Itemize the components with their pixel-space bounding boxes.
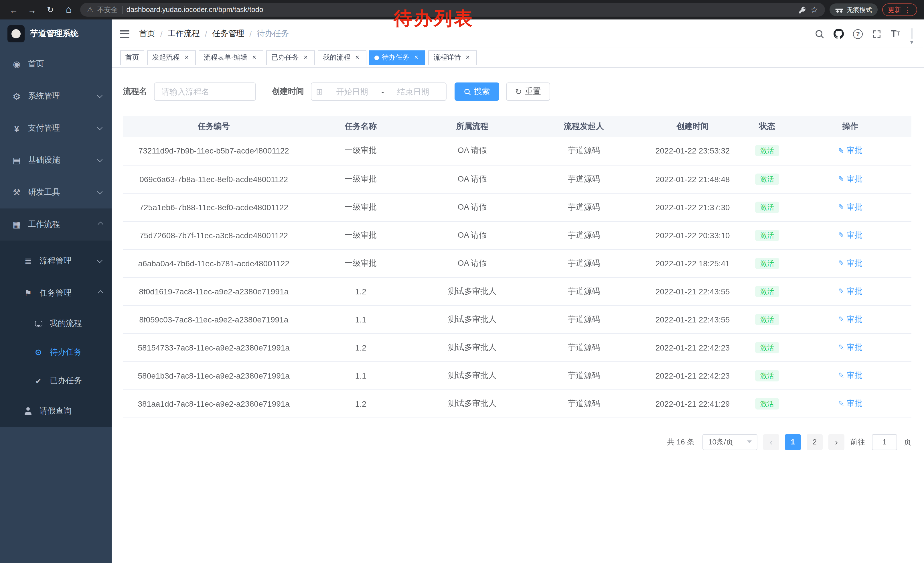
tab-process-detail[interactable]: 流程详情 xyxy=(428,50,477,65)
sidebar-item-dev-tools[interactable]: 研发工具 xyxy=(0,176,112,209)
process-name-input[interactable] xyxy=(154,83,256,101)
approve-button[interactable]: 审批 xyxy=(838,174,863,184)
approve-button[interactable]: 审批 xyxy=(838,146,863,156)
sidebar-item-home[interactable]: 首页 xyxy=(0,48,112,80)
status-badge: 激活 xyxy=(755,145,779,157)
tab-label: 待办任务 xyxy=(382,53,410,62)
incognito-icon xyxy=(835,7,843,13)
start-date-input[interactable] xyxy=(324,87,380,96)
sidebar-item-done-task[interactable]: 已办任务 xyxy=(0,366,112,395)
breadcrumb-current: 待办任务 xyxy=(257,29,289,39)
collapse-sidebar-icon[interactable] xyxy=(120,30,129,38)
sidebar-item-todo-task[interactable]: 待办任务 xyxy=(0,338,112,366)
sidebar-item-leave-query[interactable]: 请假查询 xyxy=(0,395,112,427)
prev-page-button[interactable] xyxy=(763,434,779,450)
approve-button[interactable]: 审批 xyxy=(838,342,863,353)
password-key-icon[interactable] xyxy=(798,6,806,14)
github-icon[interactable] xyxy=(834,29,844,39)
bookmark-star-icon[interactable] xyxy=(810,5,818,15)
sidebar-item-label: 系统管理 xyxy=(28,91,91,101)
close-icon[interactable] xyxy=(183,54,190,62)
search-icon[interactable] xyxy=(814,29,824,39)
sidebar-item-system-mgmt[interactable]: 系统管理 xyxy=(0,80,112,112)
cell-status: 激活 xyxy=(745,165,789,193)
table-row: 8f059c03-7ac8-11ec-a9e2-a2380e71991a 1.1… xyxy=(123,305,911,333)
cell-process: 测试多审批人 xyxy=(417,389,528,417)
goto-label: 前往 xyxy=(850,437,865,447)
pagination: 共 16 条 10条/页 1 2 前往 页 xyxy=(123,434,911,450)
cell-created: 2022-01-22 20:33:10 xyxy=(640,221,745,249)
tags-view-bar: 首页 发起流程 流程表单-编辑 已办任务 我的流程 xyxy=(112,48,924,68)
tab-todo-task[interactable]: 待办任务 xyxy=(369,50,425,65)
tools-icon xyxy=(12,187,22,198)
create-time-range-picker[interactable]: - xyxy=(311,83,447,101)
reload-icon[interactable] xyxy=(44,3,57,17)
cell-actions: 审批 xyxy=(789,137,911,165)
next-page-button[interactable] xyxy=(828,434,844,450)
close-icon[interactable] xyxy=(464,54,472,62)
logo[interactable]: 芋道管理系统 xyxy=(0,20,112,48)
sidebar-item-payment-mgmt[interactable]: 支付管理 xyxy=(0,112,112,144)
security-label[interactable]: 不安全 xyxy=(98,5,118,15)
close-icon[interactable] xyxy=(353,54,361,62)
font-size-icon[interactable] xyxy=(891,29,900,38)
close-icon[interactable] xyxy=(412,54,420,62)
eye-icon xyxy=(33,347,44,357)
forward-icon[interactable] xyxy=(25,3,39,17)
refresh-icon xyxy=(515,88,522,96)
sidebar-item-process-mgmt[interactable]: 流程管理 xyxy=(0,245,112,277)
tab-done-task[interactable]: 已办任务 xyxy=(266,50,315,65)
tab-home[interactable]: 首页 xyxy=(120,50,144,65)
page-button-1[interactable]: 1 xyxy=(785,434,801,450)
sidebar-item-workflow[interactable]: 工作流程 xyxy=(0,209,112,240)
tab-process-form-edit[interactable]: 流程表单-编辑 xyxy=(199,50,263,65)
cell-created: 2022-01-21 22:42:23 xyxy=(640,333,745,362)
cell-actions: 审批 xyxy=(789,165,911,193)
cell-actions: 审批 xyxy=(789,362,911,389)
page-button-2[interactable]: 2 xyxy=(807,434,823,450)
breadcrumb-home[interactable]: 首页 xyxy=(139,29,155,39)
user-menu[interactable]: ▼ xyxy=(911,29,912,39)
reset-button[interactable]: 重置 xyxy=(506,83,550,101)
fullscreen-icon[interactable] xyxy=(872,29,882,39)
cell-created: 2022-01-22 21:48:48 xyxy=(640,165,745,193)
close-icon[interactable] xyxy=(250,54,258,62)
close-icon[interactable] xyxy=(302,54,310,62)
approve-button[interactable]: 审批 xyxy=(838,286,863,296)
avatar[interactable] xyxy=(911,28,912,39)
goto-page-input[interactable] xyxy=(872,434,897,450)
tab-my-process[interactable]: 我的流程 xyxy=(318,50,366,65)
edit-icon xyxy=(838,344,844,351)
back-icon[interactable] xyxy=(7,3,21,17)
approve-button[interactable]: 审批 xyxy=(838,202,863,212)
help-icon[interactable]: ? xyxy=(853,29,863,39)
sidebar-item-my-process[interactable]: 我的流程 xyxy=(0,309,112,338)
sidebar-item-task-mgmt[interactable]: 任务管理 xyxy=(0,277,112,309)
page-size-select[interactable]: 10条/页 xyxy=(702,434,758,450)
update-button[interactable]: 更新 xyxy=(882,3,917,16)
browser-menu-icon[interactable] xyxy=(904,6,911,14)
caret-down-icon xyxy=(747,440,752,443)
status-badge: 激活 xyxy=(755,173,779,185)
search-icon xyxy=(464,88,471,95)
search-button[interactable]: 搜索 xyxy=(454,83,499,101)
breadcrumb-task-mgmt[interactable]: 任务管理 xyxy=(212,29,244,39)
gear-icon xyxy=(12,91,22,102)
url-text[interactable]: dashboard.yudao.iocoder.cn/bpm/task/todo xyxy=(126,6,263,14)
end-date-input[interactable] xyxy=(385,87,441,96)
sidebar-item-label: 基础设施 xyxy=(28,155,91,165)
approve-button[interactable]: 审批 xyxy=(838,398,863,408)
breadcrumb-workflow[interactable]: 工作流程 xyxy=(168,29,200,39)
approve-button[interactable]: 审批 xyxy=(838,258,863,268)
home-icon[interactable] xyxy=(62,3,76,17)
approve-button[interactable]: 审批 xyxy=(838,230,863,240)
approve-button[interactable]: 审批 xyxy=(838,370,863,381)
cell-actions: 审批 xyxy=(789,249,911,277)
breadcrumb-separator: / xyxy=(250,29,252,38)
sidebar-item-infrastructure[interactable]: 基础设施 xyxy=(0,144,112,176)
cell-actions: 审批 xyxy=(789,221,911,249)
security-warning-icon xyxy=(87,6,93,14)
approve-label: 审批 xyxy=(846,258,862,268)
tab-start-process[interactable]: 发起流程 xyxy=(147,50,196,65)
approve-button[interactable]: 审批 xyxy=(838,314,863,324)
